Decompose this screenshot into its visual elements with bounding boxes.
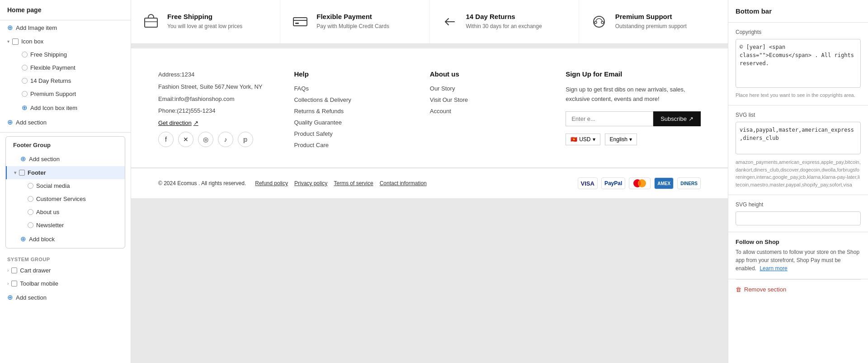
copyrights-label: Copyrights — [736, 29, 861, 35]
item-icon — [22, 65, 28, 71]
sidebar-item-free-shipping[interactable]: Free Shipping — [0, 48, 131, 61]
pinterest-icon[interactable]: 𝕡 — [238, 132, 253, 147]
social-icons: f ✕ ◎ ♪ 𝕡 — [158, 132, 276, 147]
svg-list-hint: amazon_payments,american_express,apple_p… — [736, 158, 861, 188]
help-link-2[interactable]: Returns & Refunds — [294, 108, 411, 115]
footer-add-section-label: Add section — [29, 156, 60, 162]
sidebar-item-toolbar-mobile[interactable]: › Toolbar mobile — [0, 277, 131, 290]
sidebar-item-flexible-payment[interactable]: Flexible Payment — [0, 61, 131, 74]
help-link-3[interactable]: Quality Guarantee — [294, 119, 411, 126]
plus-icon: ⊕ — [20, 155, 26, 163]
currency-selector[interactable]: 🇻🇳 USD ▾ — [566, 134, 600, 145]
refund-policy-link[interactable]: Refund policy — [255, 180, 288, 186]
plus-icon: ⊕ — [22, 104, 28, 112]
toolbar-mobile-icon — [11, 281, 17, 287]
privacy-policy-link[interactable]: Privacy policy — [294, 180, 327, 186]
plus-icon: ⊕ — [20, 235, 26, 243]
svg-rect-0 — [145, 18, 157, 27]
help-link-1[interactable]: Collections & Delivery — [294, 96, 411, 103]
footer-street: Fashion Street, Suite 567,New York, NY — [158, 82, 276, 92]
email-input[interactable] — [566, 111, 653, 126]
tiktok-icon[interactable]: ♪ — [218, 132, 233, 147]
add-block-label: Add block — [29, 236, 55, 243]
icon-box-section: Free Shipping You will love at great low… — [131, 0, 728, 44]
box-icon — [142, 13, 160, 31]
copyrights-section: Copyrights © [year] <span class="">Ecomu… — [728, 23, 868, 105]
system-group-label: System Group — [0, 252, 131, 264]
copyrights-textarea[interactable]: © [year] <span class="">Ecomus</span> . … — [736, 39, 861, 88]
sidebar-item-about-us[interactable]: About us — [6, 205, 125, 219]
about-link-1[interactable]: Visit Our Store — [430, 96, 547, 103]
flag-icon: 🇻🇳 — [571, 136, 577, 143]
item-icon — [28, 196, 33, 202]
about-link-0[interactable]: Our Story — [430, 85, 547, 92]
paypal-icon: PayPal — [601, 177, 625, 189]
footer-col-signup: Sign Up for Email Sign up to get first d… — [566, 70, 701, 153]
remove-section-button[interactable]: 🗑 Remove section — [728, 280, 868, 299]
cart-drawer-label: Cart drawer — [20, 267, 51, 274]
trash-icon: 🗑 — [736, 286, 741, 293]
facebook-icon[interactable]: f — [158, 132, 174, 147]
support-icon — [590, 13, 608, 31]
sidebar-item-social-media[interactable]: Social media — [6, 179, 125, 192]
subscribe-label: Subscribe — [660, 115, 687, 122]
svg-list-textarea[interactable]: visa,paypal,master,american_express,dine… — [736, 122, 861, 154]
icon-box-text-3: Premium Support Outstanding premium supp… — [615, 13, 687, 30]
get-direction-link[interactable]: Get direction ↗ — [158, 119, 276, 126]
remove-section-label: Remove section — [744, 286, 786, 293]
icon-box-group-icon — [12, 38, 19, 45]
help-title: Help — [294, 70, 411, 78]
arrow-icon: ↗ — [689, 115, 693, 122]
sidebar-item-premium-support[interactable]: Premium Support — [0, 87, 131, 100]
footer-phone: Phone:(212)555-1234 — [158, 106, 276, 116]
sidebar-item-add-section-1[interactable]: ⊕ Add section — [0, 115, 131, 129]
item-icon — [22, 91, 28, 97]
currency-value: USD — [579, 136, 590, 143]
bottom-bar-left: © 2024 Ecomus . All rights reserved. Ref… — [158, 180, 427, 186]
contact-link[interactable]: Contact information — [380, 180, 427, 186]
sidebar-item-add-icon-box[interactable]: ⊕ Add Icon box item — [0, 100, 131, 115]
about-link-2[interactable]: Account — [430, 108, 547, 115]
chevron-down-icon: ▾ — [629, 136, 632, 143]
sidebar-item-icon-box-group[interactable]: ▾ Icon box — [0, 35, 131, 48]
language-selector[interactable]: English ▾ — [605, 134, 637, 145]
free-shipping-label: Free Shipping — [30, 51, 67, 58]
copyright-text: © 2024 Ecomus . All rights reserved. — [158, 180, 246, 186]
help-link-5[interactable]: Product Care — [294, 142, 411, 148]
help-link-0[interactable]: FAQs — [294, 85, 411, 92]
footer-group-header[interactable]: Footer Group — [6, 139, 125, 152]
sidebar-item-footer-add-section[interactable]: ⊕ Add section — [6, 152, 125, 166]
plus-icon: ⊕ — [7, 293, 13, 301]
terms-link[interactable]: Terms of service — [334, 180, 373, 186]
sidebar-item-14-day-returns[interactable]: 14 Day Returns — [0, 74, 131, 87]
twitter-icon[interactable]: ✕ — [178, 132, 193, 147]
icon-box-desc-1: Pay with Multiple Credit Cards — [316, 22, 389, 30]
sidebar-item-customer-services[interactable]: Customer Services — [6, 192, 125, 205]
instagram-icon[interactable]: ◎ — [198, 132, 213, 147]
sidebar-item-add-section-2[interactable]: ⊕ Add section — [0, 290, 131, 305]
sidebar-item-cart-drawer[interactable]: › Cart drawer — [0, 264, 131, 277]
svg-height-section: SVG height 30 — [728, 195, 868, 232]
cart-drawer-icon — [11, 267, 17, 273]
chevron-down-icon: ▾ — [7, 39, 9, 44]
sidebar-item-footer[interactable]: ▾ Footer — [6, 166, 125, 179]
footer-email: Email:info@fashionshop.com — [158, 95, 276, 104]
about-title: About us — [430, 70, 547, 78]
sidebar: Home page ⊕ Add Image item ▾ Icon box Fr… — [0, 0, 131, 363]
amex-icon: AMEX — [654, 177, 674, 189]
icon-box-title-1: Flexible Payment — [316, 13, 389, 20]
footer-col-address: Address:1234 Fashion Street, Suite 567,N… — [158, 70, 276, 153]
sidebar-item-add-image[interactable]: ⊕ Add Image item — [0, 20, 131, 35]
svg-point-5 — [594, 21, 597, 24]
footer-col-help: Help FAQs Collections & Delivery Returns… — [294, 70, 411, 153]
sidebar-title: Home page — [0, 0, 131, 20]
subscribe-button[interactable]: Subscribe ↗ — [653, 111, 701, 126]
icon-box-desc-2: Within 30 days for an exchange — [466, 22, 542, 30]
signup-desc: Sign up to get first dibs on new arrival… — [566, 85, 701, 104]
sidebar-item-newsletter[interactable]: Newsletter — [6, 219, 125, 232]
help-link-4[interactable]: Product Safety — [294, 130, 411, 137]
svg-height-input[interactable]: 30 — [736, 211, 861, 225]
item-icon — [28, 222, 33, 228]
sidebar-item-add-block[interactable]: ⊕ Add block — [6, 232, 125, 246]
learn-more-link[interactable]: Learn more — [760, 265, 787, 272]
